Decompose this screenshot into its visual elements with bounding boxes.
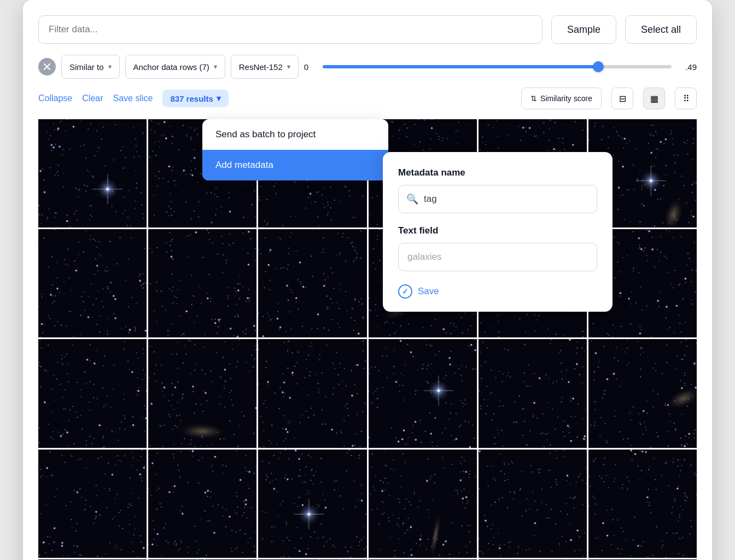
grid-view-button[interactable]: ▦	[643, 88, 665, 109]
chevron-down-icon: ▾	[287, 63, 290, 71]
anchor-rows-select[interactable]: Anchor data rows (7) ▾	[125, 55, 225, 79]
grid-cell[interactable]	[369, 339, 477, 447]
chevron-down-icon: ▾	[108, 63, 112, 71]
action-row: Collapse Clear Save slice 837 results ▾ …	[38, 88, 697, 109]
check-icon: ✓	[402, 287, 409, 296]
grid-area: Send as batch to project Add metadata Me…	[38, 119, 697, 560]
results-badge[interactable]: 837 results ▾	[162, 90, 228, 107]
add-metadata-item[interactable]: Add metadata	[202, 150, 388, 180]
similar-to-select[interactable]: Similar to ▾	[61, 55, 120, 79]
grid-cell[interactable]	[148, 339, 256, 447]
metadata-name-input-wrap: 🔍	[398, 185, 597, 213]
grid-cell[interactable]	[258, 229, 366, 337]
close-filter-button[interactable]	[38, 58, 56, 75]
text-field-label: Text field	[398, 225, 597, 236]
chevron-down-icon: ▾	[217, 94, 221, 103]
grid-cell[interactable]	[588, 450, 697, 558]
sliders-icon: ⊟	[619, 94, 626, 104]
filter-row: Similar to ▾ Anchor data rows (7) ▾ ResN…	[38, 55, 697, 79]
sort-icon: ⇅	[530, 94, 537, 103]
save-circle-icon: ✓	[398, 284, 412, 299]
scatter-view-button[interactable]: ⠿	[675, 88, 697, 109]
grid-cell[interactable]	[38, 450, 147, 558]
save-slice-link[interactable]: Save slice	[113, 94, 153, 103]
grid-cell[interactable]	[38, 229, 147, 337]
grid-cell[interactable]	[38, 339, 147, 447]
grid-cell[interactable]	[148, 450, 256, 558]
grid-cell[interactable]	[369, 450, 477, 558]
grid-cell[interactable]	[258, 450, 366, 558]
grid-cell[interactable]	[479, 450, 587, 558]
grid-cell[interactable]	[588, 339, 697, 447]
select-all-button[interactable]: Select all	[625, 15, 697, 44]
filter-options-button[interactable]: ⊟	[611, 88, 633, 109]
app-window: Sample Select all Similar to ▾ Anchor da…	[23, 0, 712, 560]
batch-to-project-item[interactable]: Send as batch to project	[202, 119, 388, 150]
slider-min-value: 0	[304, 62, 317, 72]
text-field-input[interactable]: galaxies	[398, 243, 597, 271]
dots-icon: ⠿	[683, 94, 689, 104]
metadata-panel: Metadata name 🔍 Text field galaxies ✓ Sa…	[383, 152, 612, 312]
top-bar: Sample Select all	[38, 15, 697, 44]
chevron-down-icon: ▾	[214, 63, 217, 71]
slider-section: 0 .49	[304, 62, 697, 72]
sample-button[interactable]: Sample	[551, 15, 616, 44]
similarity-slider[interactable]	[323, 65, 672, 68]
slider-max-value: .49	[677, 62, 697, 72]
grid-cell[interactable]	[479, 339, 587, 447]
metadata-name-input[interactable]	[424, 194, 589, 205]
grid-cell[interactable]	[38, 119, 147, 228]
collapse-link[interactable]: Collapse	[38, 94, 72, 103]
search-icon: 🔍	[406, 193, 418, 205]
grid-cell[interactable]	[148, 229, 256, 337]
dropdown-menu: Send as batch to project Add metadata	[202, 119, 388, 180]
grid-icon: ▦	[650, 94, 658, 104]
grid-cell[interactable]	[258, 339, 366, 447]
model-select[interactable]: ResNet-152 ▾	[231, 55, 299, 79]
save-metadata-button[interactable]: ✓ Save	[398, 284, 439, 299]
sort-button[interactable]: ⇅ Similarity score	[521, 88, 602, 109]
filter-input[interactable]	[38, 15, 542, 44]
metadata-title: Metadata name	[398, 167, 597, 178]
clear-link[interactable]: Clear	[82, 94, 103, 103]
